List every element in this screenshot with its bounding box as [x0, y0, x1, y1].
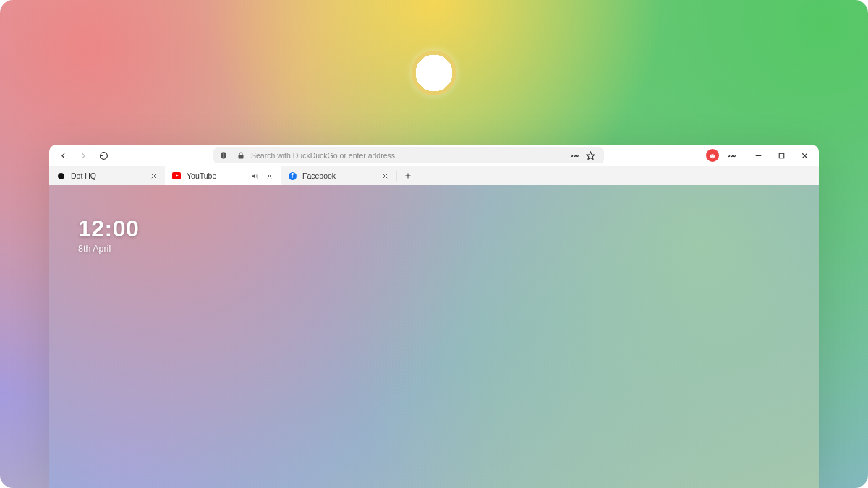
audio-icon [251, 172, 259, 180]
facebook-favicon-icon: f [288, 171, 297, 180]
tab-title: Dot HQ [71, 171, 143, 180]
ellipsis-icon [570, 151, 579, 160]
maximize-icon [777, 151, 786, 160]
close-icon [800, 151, 809, 160]
new-tab-button[interactable] [397, 166, 419, 185]
close-window-button[interactable] [796, 147, 813, 164]
page-actions-button[interactable] [568, 149, 581, 162]
new-tab-page: 12:00 8th April [49, 185, 819, 488]
maximize-button[interactable] [773, 147, 790, 164]
close-icon [265, 172, 273, 180]
forward-button[interactable] [75, 147, 91, 163]
svg-rect-0 [239, 155, 244, 159]
navigation-toolbar: ☻ [49, 145, 819, 166]
svg-point-2 [574, 155, 575, 156]
lock-icon [237, 151, 245, 160]
tab-title: YouTube [187, 171, 244, 180]
dot-favicon-icon [56, 171, 65, 180]
svg-point-7 [733, 155, 735, 156]
tab-dot-hq[interactable]: Dot HQ [49, 166, 165, 185]
tab-facebook[interactable]: f Facebook [281, 166, 396, 185]
svg-marker-4 [587, 152, 595, 159]
clock-widget: 12:00 8th April [78, 215, 139, 254]
bookmark-button[interactable] [584, 149, 597, 162]
site-security-button[interactable] [237, 151, 245, 160]
address-bar[interactable] [213, 147, 604, 163]
menu-ellipsis-icon [727, 151, 736, 160]
reload-button[interactable] [95, 147, 111, 163]
shield-icon [219, 151, 228, 160]
svg-point-3 [576, 155, 578, 156]
star-icon [586, 151, 595, 160]
desktop-wallpaper: ☻ Dot HQ [0, 0, 868, 488]
profile-button[interactable]: ☻ [706, 149, 719, 162]
tab-youtube[interactable]: YouTube [165, 166, 281, 185]
forward-icon [79, 151, 88, 160]
clock-date: 8th April [78, 244, 139, 254]
reload-icon [99, 151, 109, 160]
sun-graphic [412, 51, 456, 95]
tab-title: Facebook [302, 171, 375, 180]
svg-point-5 [728, 155, 729, 156]
minimize-button[interactable] [749, 147, 767, 164]
address-bar-container [116, 147, 702, 163]
clock-time: 12:00 [78, 215, 139, 242]
tab-close-button[interactable] [265, 171, 273, 180]
svg-point-1 [571, 155, 572, 156]
back-button[interactable] [55, 147, 71, 163]
close-icon [381, 172, 389, 180]
plus-icon [404, 171, 412, 180]
tab-audio-button[interactable] [250, 171, 259, 180]
svg-marker-14 [252, 174, 255, 178]
profile-emoji-icon: ☻ [709, 152, 717, 160]
app-menu-button[interactable] [723, 147, 739, 163]
svg-rect-9 [779, 153, 784, 158]
url-input[interactable] [251, 151, 562, 160]
youtube-favicon-icon [172, 171, 181, 180]
tab-close-button[interactable] [380, 171, 389, 180]
tab-strip: Dot HQ YouTube f Facebook [49, 166, 819, 185]
minimize-icon [754, 151, 763, 160]
close-icon [150, 172, 158, 180]
tab-close-button[interactable] [149, 171, 158, 180]
tracking-protection-button[interactable] [219, 151, 228, 160]
svg-point-6 [731, 155, 732, 156]
back-icon [59, 151, 68, 160]
browser-window: ☻ Dot HQ [49, 145, 819, 488]
window-controls [749, 147, 813, 164]
